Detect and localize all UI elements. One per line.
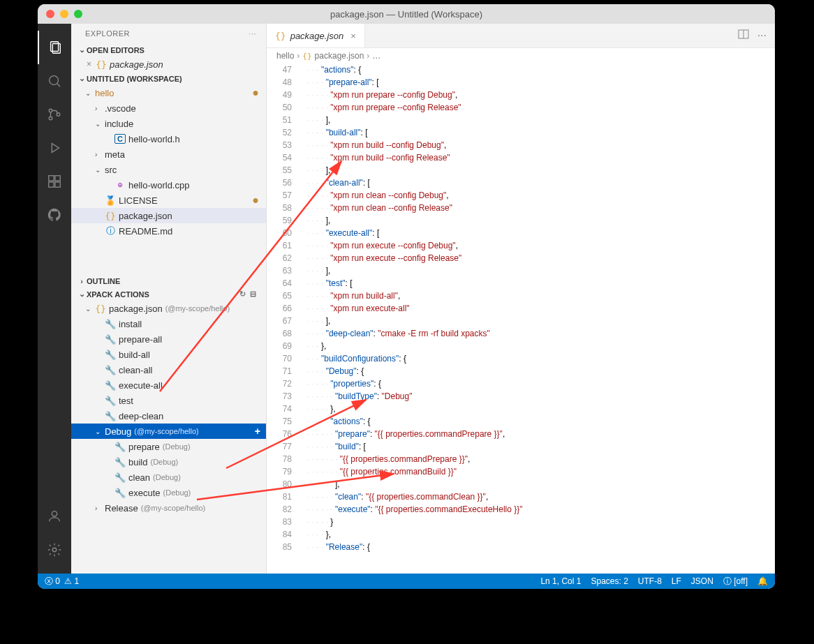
file-README.md[interactable]: ⓘREADME.md (71, 223, 266, 239)
outline-header[interactable]: › OUTLINE (71, 275, 266, 287)
tab-bar: {} package.json × ··· (267, 24, 775, 48)
svg-rect-8 (49, 176, 54, 181)
json-icon: {} (96, 59, 107, 70)
errors-status[interactable]: ⓧ 0 (45, 576, 60, 587)
wrench-icon: 🔧 (105, 350, 116, 360)
svg-point-5 (49, 117, 52, 120)
explorer-icon[interactable] (38, 31, 71, 64)
settings-gear-icon[interactable] (38, 533, 71, 567)
wrench-icon: 🔧 (105, 396, 116, 406)
eol[interactable]: LF (672, 576, 681, 586)
folder-hello[interactable]: ⌄hello● (71, 85, 266, 100)
svg-point-12 (52, 511, 57, 516)
wrench-icon: 🔧 (114, 442, 126, 452)
xpack-action-build[interactable]: 🔧build(Debug) (71, 454, 266, 470)
wrench-icon: 🔧 (114, 472, 126, 483)
indentation[interactable]: Spaces: 2 (591, 576, 628, 586)
search-icon[interactable] (38, 64, 71, 98)
json-icon: {} (95, 304, 106, 314)
svg-point-4 (49, 109, 52, 112)
wrench-icon: 🔧 (105, 380, 116, 391)
xpack-action-clean[interactable]: 🔧clean(Debug) (71, 470, 266, 485)
xpack-actions-header[interactable]: ⌄ XPACK ACTIONS ↻ ⊟ (71, 287, 266, 301)
file-package.json[interactable]: {}package.json (71, 208, 266, 223)
svg-rect-9 (55, 176, 60, 181)
more-actions-icon[interactable]: ··· (757, 29, 767, 42)
svg-rect-10 (49, 182, 54, 187)
xpack-action-prepare-all[interactable]: 🔧prepare-all (71, 331, 266, 347)
svg-point-2 (50, 76, 59, 85)
file-hello-world.h[interactable]: Chello-world.h (71, 131, 266, 147)
port-status[interactable]: ⓘ [off] (723, 576, 748, 587)
close-editor-icon[interactable]: × (87, 59, 91, 69)
xpack-action-install[interactable]: 🔧install (71, 316, 266, 331)
extensions-icon[interactable] (38, 165, 71, 198)
open-editors-header[interactable]: ⌄ OPEN EDITORS (71, 43, 266, 57)
svg-point-6 (57, 113, 60, 117)
refresh-icon[interactable]: ↻ (239, 290, 246, 299)
split-editor-icon[interactable] (738, 29, 749, 43)
add-icon[interactable]: + (255, 426, 260, 437)
file-hello-world.cpp[interactable]: ⊕hello-world.cpp (71, 177, 266, 193)
titlebar[interactable]: package.json — Untitled (Workspace) (38, 4, 775, 24)
language-mode[interactable]: JSON (691, 576, 713, 586)
workspace-header[interactable]: ⌄ UNTITLED (WORKSPACE) (71, 72, 266, 85)
source-control-icon[interactable] (38, 98, 71, 131)
svg-marker-7 (52, 144, 59, 153)
xpack-action-execute-all[interactable]: 🔧execute-all (71, 377, 266, 393)
svg-point-13 (52, 548, 57, 552)
tab-package-json[interactable]: {} package.json × (267, 24, 365, 47)
breadcrumb[interactable]: hello › {} package.json › … (267, 48, 775, 63)
info-icon: ⓘ (105, 225, 116, 237)
xpack-action-clean-all[interactable]: 🔧clean-all (71, 362, 266, 377)
more-actions-icon[interactable]: ··· (249, 29, 256, 38)
json-icon: {} (275, 31, 286, 41)
wrench-icon: 🔧 (105, 319, 116, 329)
collapse-all-icon[interactable]: ⊟ (250, 290, 256, 299)
xpack-action-execute[interactable]: 🔧execute(Debug) (71, 485, 266, 500)
warnings-status[interactable]: ⚠ 1 (64, 576, 79, 586)
run-debug-icon[interactable] (38, 131, 71, 165)
xpack-root[interactable]: ⌄{}package.json(@my-scope/hello) (71, 301, 266, 316)
encoding[interactable]: UTF-8 (638, 576, 662, 586)
open-editor-item[interactable]: × {} package.json (71, 57, 266, 72)
folder-meta[interactable]: ›meta (71, 147, 266, 162)
xpack-action-test[interactable]: 🔧test (71, 393, 266, 408)
svg-rect-11 (55, 182, 60, 187)
activity-bar (38, 24, 71, 574)
cpp-file-icon: ⊕ (114, 180, 126, 190)
license-icon: 🏅 (105, 195, 116, 206)
code-editor[interactable]: 4748495051525354555657585960616263646566… (267, 63, 775, 574)
xpack-config-Debug[interactable]: ⌄Debug(@my-scope/hello)+ (71, 424, 266, 439)
wrench-icon: 🔧 (105, 334, 116, 345)
notifications-icon[interactable]: 🔔 (757, 576, 768, 586)
wrench-icon: 🔧 (114, 457, 126, 467)
json-icon: {} (302, 52, 311, 61)
explorer-title: EXPLORER (85, 29, 130, 38)
xpack-action-deep-clean[interactable]: 🔧deep-clean (71, 408, 266, 424)
cursor-position[interactable]: Ln 1, Col 1 (540, 576, 581, 586)
window-title: package.json — Untitled (Workspace) (38, 9, 775, 20)
file-LICENSE[interactable]: 🏅LICENSE● (71, 193, 266, 208)
close-tab-icon[interactable]: × (350, 31, 356, 41)
xpack-action-build-all[interactable]: 🔧build-all (71, 347, 266, 362)
xpack-config-Release[interactable]: ›Release(@my-scope/hello) (71, 500, 266, 516)
wrench-icon: 🔧 (105, 411, 116, 421)
sidebar: EXPLORER ··· ⌄ OPEN EDITORS × {} package… (71, 24, 267, 574)
status-bar: ⓧ 0 ⚠ 1 Ln 1, Col 1 Spaces: 2 UTF-8 LF J… (38, 574, 775, 589)
folder-include[interactable]: ⌄include (71, 116, 266, 131)
accounts-icon[interactable] (38, 500, 71, 533)
json-icon: {} (105, 211, 116, 221)
github-icon[interactable] (38, 198, 71, 232)
svg-line-3 (57, 84, 61, 87)
folder-src[interactable]: ⌄src (71, 162, 266, 177)
wrench-icon: 🔧 (105, 365, 116, 375)
c-file-icon: C (114, 134, 126, 144)
folder-.vscode[interactable]: ›.vscode (71, 100, 266, 116)
wrench-icon: 🔧 (114, 488, 126, 498)
xpack-action-prepare[interactable]: 🔧prepare(Debug) (71, 439, 266, 454)
